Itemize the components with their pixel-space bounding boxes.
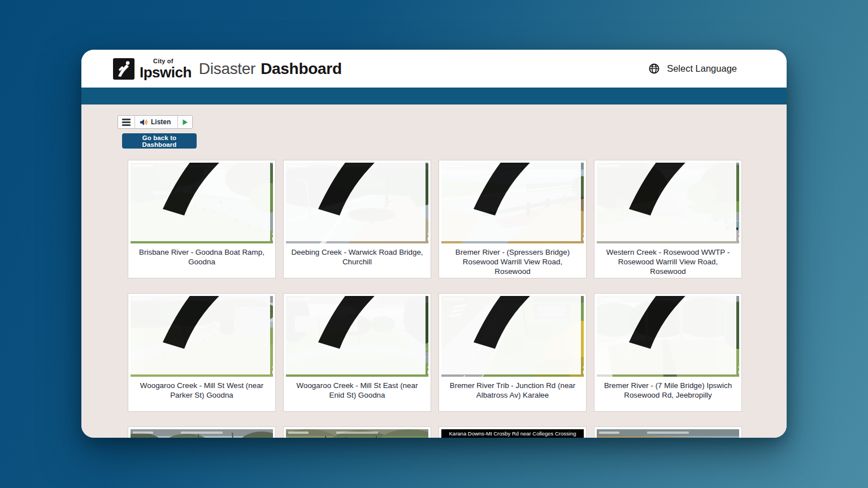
camera-overlay-caption: Karana Downs-Mt Crosby Rd near Colleges … xyxy=(441,429,584,438)
camera-title: Deebing Creek - Warwick Road Bridge, Chu… xyxy=(286,243,428,278)
camera-card[interactable]: City ofIpswich Western Creek - Rosewood … xyxy=(594,160,742,278)
watermark-logo-icon xyxy=(286,296,426,374)
listen-label: Listen xyxy=(151,118,171,126)
ipswich-watermark: City ofIpswich xyxy=(441,296,581,374)
camera-overlay-bar xyxy=(597,429,739,436)
watermark-logo-icon xyxy=(597,296,736,374)
logo-city-of: City of xyxy=(153,58,192,64)
camera-card[interactable]: City ofIpswich Bremer River - (7 Mile Br… xyxy=(594,293,742,412)
camera-image xyxy=(286,429,428,438)
camera-image: City ofIpswich xyxy=(441,296,584,377)
logo-wordmark: City of Ipswich xyxy=(140,58,192,80)
watermark-logo-icon xyxy=(131,163,270,241)
camera-card[interactable] xyxy=(283,426,431,438)
logo-ipswich: Ipswich xyxy=(140,65,192,80)
header: City of Ipswich Disaster Dashboard Selec… xyxy=(81,50,787,88)
speaker-icon xyxy=(140,119,148,126)
go-back-to-dashboard-button[interactable]: Go back to Dashboard xyxy=(122,133,197,149)
camera-title: Bremer River - (Spressers Bridge) Rosewo… xyxy=(441,243,584,278)
camera-card[interactable]: City ofIpswich Brisbane River - Goodna B… xyxy=(128,160,276,278)
page-title: Disaster Dashboard xyxy=(199,60,342,78)
camera-title: Brisbane River - Goodna Boat Ramp, Goodn… xyxy=(131,243,273,278)
camera-image: City ofIpswich xyxy=(441,163,584,243)
ipswich-watermark: City ofIpswich xyxy=(597,163,736,241)
camera-image: City ofIpswich xyxy=(597,163,739,243)
readspeaker-play-button[interactable] xyxy=(177,116,192,128)
camera-card[interactable]: City ofIpswich Bremer River - (Spressers… xyxy=(439,160,587,278)
ipswich-watermark: City ofIpswich xyxy=(131,163,270,241)
ipswich-logo-icon xyxy=(113,58,134,80)
ipswich-watermark: City ofIpswich xyxy=(597,296,736,374)
watermark-logo-icon xyxy=(597,163,736,241)
camera-overlay-bar xyxy=(131,429,273,436)
camera-title: Woogaroo Creek - Mill St East (near Enid… xyxy=(286,377,428,411)
camera-card[interactable]: City ofIpswich Deebing Creek - Warwick R… xyxy=(283,160,431,278)
camera-image: Karana Downs-Mt Crosby Rd near Colleges … xyxy=(441,429,584,438)
camera-image: City ofIpswich xyxy=(286,296,428,377)
camera-card[interactable]: City ofIpswich Woogaroo Creek - Mill St … xyxy=(128,293,276,412)
watermark-logo-icon xyxy=(286,163,426,241)
dashboard-window: City of Ipswich Disaster Dashboard Selec… xyxy=(81,50,787,438)
play-icon xyxy=(182,119,188,125)
watermark-logo-icon xyxy=(131,296,270,374)
camera-image: City ofIpswich xyxy=(131,296,273,377)
camera-title: Woogaroo Creek - Mill St West (near Park… xyxy=(131,377,273,411)
camera-card[interactable]: Karana Downs-Mt Crosby Rd near Colleges … xyxy=(439,426,587,438)
watermark-logo-icon xyxy=(441,296,581,374)
title-dashboard: Dashboard xyxy=(261,60,342,78)
camera-image: City ofIpswich xyxy=(131,163,273,243)
camera-image xyxy=(131,429,273,438)
hamburger-icon xyxy=(122,119,131,126)
readspeaker-menu-button[interactable] xyxy=(118,116,134,128)
camera-card[interactable]: City ofIpswich Bremer River Trib - Junct… xyxy=(439,293,587,412)
camera-grid: City ofIpswich Brisbane River - Goodna B… xyxy=(128,160,742,438)
navigation-bar xyxy=(81,88,787,104)
camera-image: City ofIpswich xyxy=(597,296,739,377)
readspeaker-toolbar: Listen xyxy=(118,115,193,129)
camera-card[interactable]: City ofIpswich Woogaroo Creek - Mill St … xyxy=(283,293,431,412)
select-language-button[interactable]: Select Language xyxy=(649,63,737,74)
globe-icon xyxy=(649,63,659,74)
camera-image: City ofIpswich xyxy=(286,163,428,243)
camera-title: Western Creek - Rosewood WWTP - Rosewood… xyxy=(597,243,739,278)
camera-card[interactable] xyxy=(594,426,742,438)
ipswich-watermark: City ofIpswich xyxy=(131,296,270,374)
ipswich-watermark: City ofIpswich xyxy=(286,163,426,241)
title-disaster: Disaster xyxy=(199,60,255,78)
content-area: Listen Go back to Dashboard xyxy=(81,104,787,438)
ipswich-watermark: City ofIpswich xyxy=(441,163,581,241)
camera-card[interactable] xyxy=(128,426,276,438)
watermark-logo-icon xyxy=(441,163,581,241)
select-language-label: Select Language xyxy=(667,63,737,74)
camera-image xyxy=(597,429,739,438)
ipswich-watermark: City ofIpswich xyxy=(286,296,426,374)
camera-overlay-bar xyxy=(286,429,428,436)
listen-button[interactable]: Listen xyxy=(134,116,177,128)
ipswich-logo: City of Ipswich xyxy=(113,58,192,80)
camera-title: Bremer River Trib - Junction Rd (near Al… xyxy=(441,377,584,411)
camera-title: Bremer River - (7 Mile Bridge) Ipswich R… xyxy=(597,377,739,411)
